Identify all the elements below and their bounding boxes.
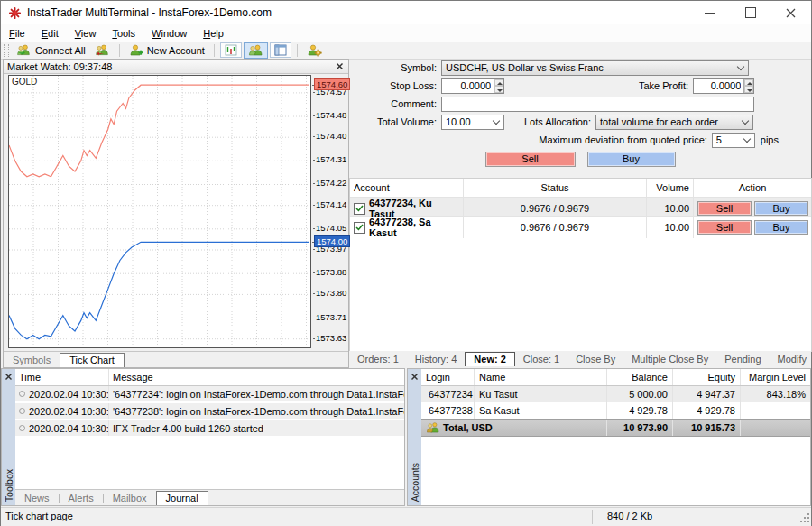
menu-window[interactable]: Window [143, 26, 195, 41]
take-profit-stepper[interactable] [743, 79, 753, 93]
comment-input[interactable] [442, 98, 753, 110]
accounts-close-icon[interactable] [410, 371, 420, 382]
deviation-select[interactable]: 5 [712, 133, 755, 148]
layout-view-button[interactable] [270, 42, 291, 58]
row-buy-button[interactable]: Buy [754, 201, 808, 216]
tick-chart-canvas [9, 76, 309, 346]
stop-loss-stepper[interactable] [494, 79, 503, 93]
account-checkbox[interactable] [354, 222, 365, 234]
buy-button[interactable]: Buy [587, 152, 676, 167]
take-profit-input[interactable] [694, 80, 743, 92]
price-tick-label: 1574.31 [316, 154, 346, 164]
deviation-unit-label: pips [761, 134, 779, 145]
order-form: Symbol: USDCHF, US Dollar vs Swiss Franc… [349, 59, 811, 168]
table-row[interactable]: 64377238, Sa Kasut 0.9676 / 0.9679 10.00… [350, 217, 811, 235]
symbol-select[interactable]: USDCHF, US Dollar vs Swiss Franc [441, 60, 749, 76]
tab-close[interactable]: Close: 1 [515, 353, 567, 366]
accounts-view-button[interactable] [244, 42, 268, 59]
status-cell: 0.9676 / 0.9679 [464, 217, 647, 238]
connect-all-button[interactable]: Connect All [12, 42, 90, 59]
tab-mailbox[interactable]: Mailbox [104, 492, 156, 505]
tab-multiple-close-by[interactable]: Multiple Close By [623, 353, 716, 366]
margin-level-cell [741, 402, 810, 419]
price-tick-label: 1573.63 [316, 333, 346, 343]
journal-row[interactable]: 2020.02.04 10:30:4... '64377238': login … [15, 403, 404, 420]
stop-loss-input[interactable] [442, 80, 494, 92]
lots-allocation-select[interactable]: total volume for each order [595, 115, 753, 130]
market-watch-header: Market Watch: 09:37:48 [4, 60, 348, 74]
toolbox-strip: Toolbox [2, 369, 15, 505]
tab-symbols[interactable]: Symbols [4, 354, 60, 367]
new-account-label: New Account [147, 45, 205, 56]
col-account: Account [350, 179, 464, 197]
journal-row[interactable]: 2020.02.04 10:30:3... IFX Trader 4.00 bu… [15, 420, 404, 438]
ask-price-label: 1574.60 [314, 78, 350, 90]
tab-pending[interactable]: Pending [716, 353, 769, 366]
app-window: InstaTrader MultiTerminal - InstaForex-1… [0, 0, 812, 526]
status-bar: Tick chart page 840 / 2 Kb [1, 507, 811, 526]
table-row[interactable]: 64377234, Ku Tasut 0.9676 / 0.9679 10.00… [350, 198, 811, 217]
close-button[interactable] [770, 1, 811, 24]
message-cell: '64377234': login on InstaForex-1Demo.co… [109, 386, 404, 401]
balance-cell: 5 000.00 [607, 386, 673, 402]
menu-help[interactable]: Help [195, 26, 232, 41]
menu-tools[interactable]: Tools [104, 26, 143, 41]
disconnect-all-button[interactable] [90, 42, 115, 59]
deviation-label: Maximum deviation from quoted price: [539, 134, 711, 145]
resize-grip[interactable] [799, 512, 810, 525]
spin-up-icon[interactable] [494, 79, 503, 87]
market-watch-panel: Market Watch: 09:37:48 GOLD 1574.601574.… [3, 59, 349, 368]
login-cell: 64377234 [429, 389, 473, 400]
tab-modify[interactable]: Modify [770, 353, 812, 366]
minimize-button[interactable] [689, 1, 730, 24]
tab-tick-chart[interactable]: Tick Chart [60, 353, 125, 367]
toolbox-close-icon[interactable] [4, 371, 14, 382]
tick-chart-view-button[interactable] [220, 42, 242, 58]
account-row[interactable]: 64377238 Sa Kasut 4 929.78 4 929.78 [421, 402, 810, 419]
spin-down-icon[interactable] [744, 86, 753, 93]
price-tick-label: 1573.88 [316, 267, 346, 277]
total-equity-cell: 10 915.73 [673, 420, 741, 436]
tab-journal[interactable]: Journal [156, 491, 208, 505]
title-bar: InstaTrader MultiTerminal - InstaForex-1… [1, 1, 811, 24]
journal-row[interactable]: 2020.02.04 10:30:4... '64377234': login … [15, 386, 404, 403]
journal-entry-icon [19, 408, 25, 414]
options-button[interactable] [302, 42, 327, 59]
status-size-info: 840 / 2 Kb [607, 511, 652, 521]
deviation-value: 5 [713, 134, 740, 145]
account-row[interactable]: 64377234 Ku Tasut 5 000.00 4 947.37 843.… [421, 386, 810, 402]
chevron-down-icon[interactable] [738, 115, 752, 129]
new-account-button[interactable]: New Account [125, 42, 209, 59]
total-volume-label: Total Volume: [349, 116, 441, 127]
chevron-down-icon[interactable] [489, 115, 503, 129]
lots-allocation-label: Lots Allocation: [509, 116, 595, 127]
total-balance-cell: 10 973.90 [607, 420, 673, 436]
account-checkbox[interactable] [354, 203, 365, 215]
menu-edit[interactable]: Edit [33, 26, 67, 41]
total-volume-select[interactable]: 10.00 [441, 115, 504, 130]
journal-entry-icon [19, 391, 25, 397]
menu-view[interactable]: View [67, 26, 105, 41]
margin-level-cell: 843.18% [741, 386, 810, 402]
maximize-button[interactable] [730, 1, 770, 24]
market-watch-close-icon[interactable] [334, 61, 345, 72]
row-sell-button[interactable]: Sell [697, 201, 752, 216]
chevron-down-icon[interactable] [740, 134, 754, 147]
tab-history[interactable]: History: 4 [407, 353, 465, 366]
tab-close-by[interactable]: Close By [567, 353, 623, 366]
take-profit-field [693, 78, 754, 94]
menu-file[interactable]: File [1, 26, 33, 41]
row-buy-button[interactable]: Buy [754, 220, 808, 235]
spin-down-icon[interactable] [494, 86, 503, 93]
chevron-down-icon[interactable] [734, 61, 748, 75]
spin-up-icon[interactable] [744, 79, 753, 87]
row-sell-button[interactable]: Sell [697, 220, 752, 235]
col-margin-level: Margin Level [741, 369, 810, 385]
tab-new[interactable]: New: 2 [465, 352, 514, 366]
tab-orders[interactable]: Orders: 1 [349, 353, 407, 366]
toolbar-grip[interactable] [4, 44, 9, 57]
tab-news[interactable]: News [15, 492, 59, 505]
tab-alerts[interactable]: Alerts [60, 492, 103, 505]
chart-symbol-label: GOLD [12, 77, 37, 87]
sell-button[interactable]: Sell [485, 152, 576, 167]
